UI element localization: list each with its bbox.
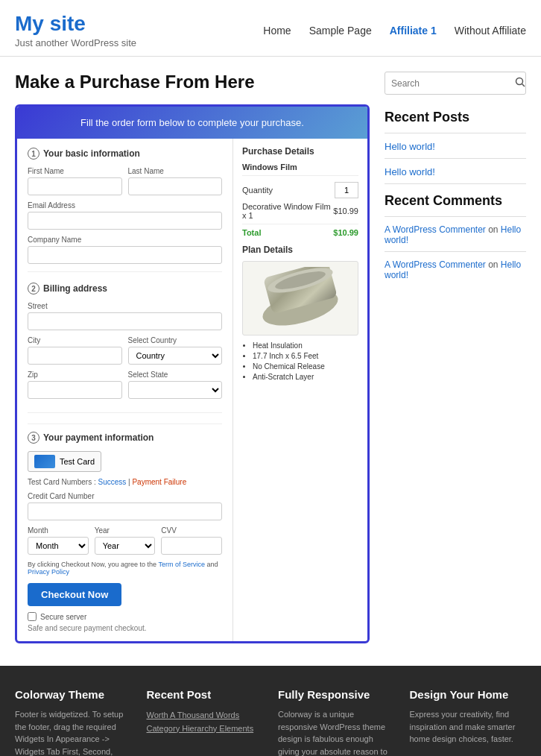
- street-input[interactable]: [28, 312, 222, 330]
- comment-2: A WordPress Commenter on Hello world!: [385, 259, 526, 280]
- footer-col-3: Fully Responsive Colorway is a unique re…: [278, 688, 395, 756]
- main-container: Make a Purchase From Here Fill the order…: [0, 57, 541, 666]
- quantity-input[interactable]: [335, 182, 358, 198]
- footer-col-1: Colorway Theme Footer is widgetized. To …: [15, 688, 132, 756]
- zip-input[interactable]: [28, 381, 122, 399]
- search-input[interactable]: [385, 74, 509, 93]
- secure-checkbox[interactable]: [28, 612, 37, 621]
- feature-1: Heat Insulation: [253, 341, 358, 350]
- footer-col3-text: Colorway is a unique responsive WordPres…: [278, 708, 395, 756]
- email-input[interactable]: [28, 212, 222, 230]
- company-group: Company Name: [28, 236, 222, 264]
- nav-without-affiliate[interactable]: Without Affiliate: [455, 25, 526, 37]
- last-name-input[interactable]: [128, 177, 223, 195]
- feature-3: No Chemical Release: [253, 362, 358, 371]
- cc-input[interactable]: [28, 503, 222, 520]
- site-tagline: Just another WordPress site: [15, 37, 136, 48]
- comment-on-1: on: [488, 224, 501, 235]
- svg-point-4: [516, 78, 523, 85]
- first-name-input[interactable]: [28, 177, 122, 195]
- post-divider-1: [385, 158, 526, 159]
- feature-2: 17.7 Inch x 6.5 Feet: [253, 352, 358, 360]
- search-button[interactable]: [509, 72, 526, 94]
- zip-state-row: Zip Select State: [28, 371, 222, 399]
- checkout-button[interactable]: Checkout Now: [28, 583, 121, 606]
- footer-col3-title: Fully Responsive: [278, 688, 395, 701]
- success-link[interactable]: Success: [98, 478, 126, 486]
- section1-title: 1 Your basic information: [28, 148, 222, 160]
- search-box: [385, 72, 526, 95]
- post-link-1[interactable]: Hello world!: [385, 141, 526, 152]
- item-label: Decorative Window Film x 1: [242, 202, 333, 220]
- comment-1: A WordPress Commenter on Hello world!: [385, 224, 526, 245]
- purchase-container: Fill the order form below to complete yo…: [15, 104, 370, 643]
- city-country-row: City Select Country Country: [28, 336, 222, 365]
- last-name-label: Last Name: [128, 167, 223, 175]
- section-billing: 2 Billing address Street City: [28, 283, 222, 413]
- purchase-details-title: Purchase Details: [242, 146, 358, 157]
- month-label: Month: [28, 526, 89, 535]
- nav-sample-page[interactable]: Sample Page: [309, 25, 372, 37]
- item-price-row: Decorative Window Film x 1 $10.99: [242, 202, 358, 220]
- test-card-links: Test Card Numbers : Success | Payment Fa…: [28, 478, 222, 486]
- privacy-link[interactable]: Privacy Policy: [28, 568, 69, 576]
- site-title: My site: [15, 12, 136, 36]
- quantity-row: Quantity: [242, 182, 358, 198]
- cvv-group: CVV: [161, 526, 222, 555]
- footer-post-link-2[interactable]: Category Hierarchy Elements: [147, 724, 254, 733]
- cvv-input[interactable]: [161, 537, 222, 555]
- safe-text: Safe and secure payment checkout.: [28, 624, 222, 632]
- company-input[interactable]: [28, 246, 222, 264]
- year-group: Year Year: [95, 526, 156, 555]
- card-type-button[interactable]: Test Card: [28, 451, 101, 472]
- country-select[interactable]: Country: [128, 347, 223, 365]
- commenter-1[interactable]: A WordPress Commenter: [385, 224, 486, 235]
- nav-home[interactable]: Home: [263, 25, 291, 37]
- state-select[interactable]: [128, 381, 223, 399]
- month-select[interactable]: Month: [28, 537, 89, 555]
- content-area: Make a Purchase From Here Fill the order…: [15, 72, 370, 643]
- product-image-svg: [259, 267, 341, 330]
- sidebar: Recent Posts Hello world! Hello world! R…: [385, 72, 526, 643]
- terms-link[interactable]: Term of Service: [158, 561, 205, 568]
- footer-post-link-1[interactable]: Worth A Thousand Words: [147, 711, 240, 719]
- total-row: Total $10.99: [242, 224, 358, 237]
- commenter-2[interactable]: A WordPress Commenter: [385, 259, 486, 270]
- payment-row: Month Month Year Year: [28, 526, 222, 555]
- form-left: 1 Your basic information First Name Last…: [17, 139, 233, 641]
- country-group: Select Country Country: [128, 336, 223, 365]
- plan-details-title: Plan Details: [242, 245, 358, 255]
- city-input[interactable]: [28, 347, 122, 365]
- section1-num: 1: [28, 148, 39, 160]
- year-label: Year: [95, 526, 156, 535]
- section-payment: 3 Your payment information Test Card Tes…: [28, 423, 222, 632]
- recent-comments-divider: [385, 216, 526, 217]
- month-group: Month Month: [28, 526, 89, 555]
- footer-col1-title: Colorway Theme: [15, 688, 132, 701]
- nav-affiliate1[interactable]: Affiliate 1: [390, 25, 437, 37]
- purchase-header: Fill the order form below to complete yo…: [17, 107, 367, 139]
- section2-num: 2: [28, 283, 39, 294]
- country-label: Select Country: [128, 336, 223, 344]
- section2-title: 2 Billing address: [28, 283, 222, 294]
- site-header: My site Just another WordPress site Home…: [0, 0, 541, 57]
- plan-features: Heat Insulation 17.7 Inch x 6.5 Feet No …: [242, 341, 358, 381]
- total-amount: $10.99: [333, 228, 358, 237]
- footer-col-4: Design Your Home Express your creativity…: [410, 688, 527, 756]
- secure-check: Secure server: [28, 612, 222, 621]
- first-name-group: First Name: [28, 167, 122, 195]
- state-group: Select State: [128, 371, 223, 399]
- name-row: First Name Last Name: [28, 167, 222, 195]
- post-link-2[interactable]: Hello world!: [385, 166, 526, 177]
- cc-group: Credit Card Number: [28, 492, 222, 520]
- footer-col4-text: Express your creativity, find inspiratio…: [410, 708, 527, 746]
- street-group: Street: [28, 302, 222, 330]
- form-right: Purchase Details Windows Film Quantity D…: [233, 139, 367, 641]
- failure-link[interactable]: Payment Failure: [132, 478, 186, 486]
- credit-card-icon: [34, 455, 55, 468]
- email-label: Email Address: [28, 201, 222, 210]
- year-select[interactable]: Year: [95, 537, 156, 555]
- cvv-label: CVV: [161, 526, 222, 535]
- comment-divider-1: [385, 251, 526, 252]
- section-basic-info: 1 Your basic information First Name Last…: [28, 148, 222, 272]
